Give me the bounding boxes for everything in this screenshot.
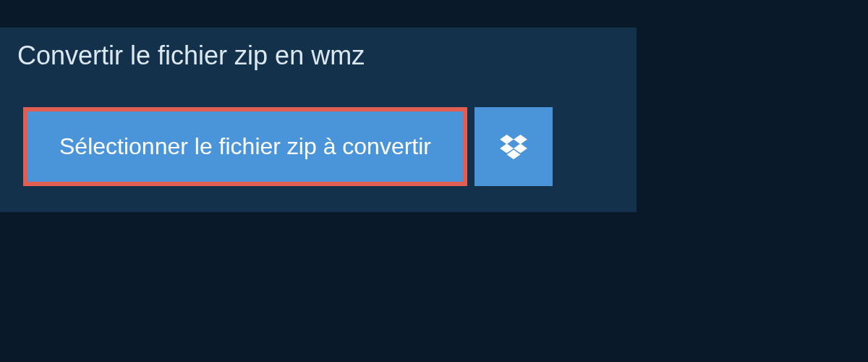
page-title: Convertir le fichier zip en wmz bbox=[17, 41, 365, 70]
converter-panel: Convertir le fichier zip en wmz Sélectio… bbox=[0, 28, 637, 212]
page-title-tab: Convertir le fichier zip en wmz bbox=[0, 28, 388, 84]
dropbox-button[interactable] bbox=[475, 107, 553, 186]
select-file-label: Sélectionner le fichier zip à convertir bbox=[59, 133, 431, 159]
select-file-button[interactable]: Sélectionner le fichier zip à convertir bbox=[23, 107, 467, 186]
button-row: Sélectionner le fichier zip à convertir bbox=[23, 107, 613, 186]
content-area: Sélectionner le fichier zip à convertir bbox=[0, 84, 637, 212]
dropbox-icon bbox=[500, 135, 527, 159]
